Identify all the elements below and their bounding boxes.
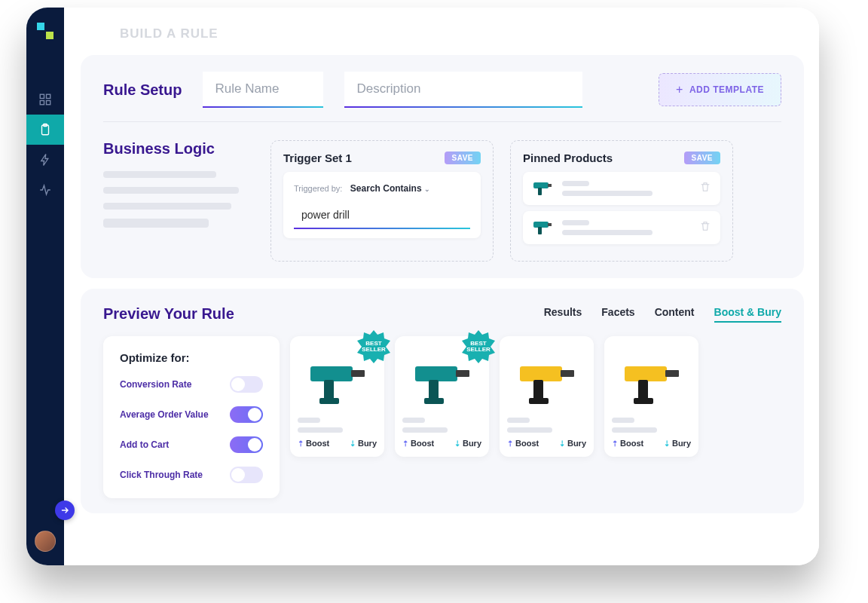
- skeleton-line: [103, 203, 231, 210]
- business-logic-row: Business Logic Trigger Set 1 SAVE Trigge…: [103, 122, 781, 262]
- down-arrow-icon: ⇣: [350, 439, 356, 448]
- expand-sidebar-button[interactable]: [55, 500, 75, 520]
- delete-pinned-button[interactable]: [699, 181, 711, 196]
- optimize-row-atc: Add to Cart: [120, 436, 263, 453]
- skeleton-line: [103, 187, 239, 194]
- bolt-icon: [38, 153, 52, 167]
- preview-header: Preview Your Rule Results Facets Content…: [103, 305, 781, 323]
- triggered-by-label: Triggered by:: [294, 184, 342, 193]
- trigger-value-input[interactable]: [294, 202, 470, 229]
- up-arrow-icon: ⇡: [507, 439, 513, 448]
- tab-boost-bury[interactable]: Boost & Bury: [714, 306, 781, 323]
- sidebar: [26, 8, 64, 565]
- bury-button[interactable]: ⇣Bury: [559, 439, 586, 448]
- user-avatar[interactable]: [35, 531, 56, 552]
- bury-button[interactable]: ⇣Bury: [454, 439, 481, 448]
- nav-analytics[interactable]: [26, 175, 64, 205]
- logo: [37, 23, 53, 39]
- toggle-atc[interactable]: [230, 436, 263, 453]
- app-window: BUILD A RULE Rule Setup + ADD TEMPLATE B…: [26, 8, 819, 565]
- product-thumbnail: [532, 219, 553, 237]
- optimize-title: Optimize for:: [120, 351, 263, 364]
- trigger-mode-select[interactable]: Search Contains ⌄: [350, 183, 430, 194]
- up-arrow-icon: ⇡: [298, 439, 304, 448]
- delete-pinned-button[interactable]: [699, 220, 711, 235]
- optimize-card: Optimize for: Conversion Rate Average Or…: [103, 336, 280, 498]
- business-logic-left: Business Logic: [103, 140, 254, 262]
- down-arrow-icon: ⇣: [454, 439, 460, 448]
- rule-description-input[interactable]: [344, 72, 582, 108]
- preview-body: Optimize for: Conversion Rate Average Or…: [103, 336, 781, 498]
- product-placeholder-lines: [507, 418, 586, 433]
- product-image: [402, 345, 481, 412]
- product-card: BESTSELLER ⇡Boost ⇣Bury: [395, 336, 489, 457]
- add-template-label: ADD TEMPLATE: [689, 84, 764, 95]
- optimize-row-ctr: Click Through Rate: [120, 467, 263, 483]
- boost-button[interactable]: ⇡Boost: [298, 439, 329, 448]
- preview-heading: Preview Your Rule: [103, 305, 234, 323]
- boost-button[interactable]: ⇡Boost: [612, 439, 643, 448]
- rule-setup-heading: Rule Setup: [103, 81, 182, 99]
- rule-name-input[interactable]: [203, 72, 323, 108]
- toggle-aov[interactable]: [230, 406, 263, 423]
- arrow-right-icon: [60, 505, 70, 516]
- trigger-save-button[interactable]: SAVE: [445, 152, 481, 164]
- nav-lightning[interactable]: [26, 145, 64, 175]
- optimize-row-conversion: Conversion Rate: [120, 376, 263, 393]
- tab-results[interactable]: Results: [544, 306, 582, 323]
- preview-panel: Preview Your Rule Results Facets Content…: [81, 289, 804, 513]
- business-logic-heading: Business Logic: [103, 140, 254, 158]
- svg-rect-2: [40, 101, 44, 105]
- product-placeholder-lines: [612, 418, 691, 433]
- toggle-conversion[interactable]: [230, 376, 263, 393]
- nav-rules[interactable]: [26, 115, 64, 145]
- trigger-set-card: Trigger Set 1 SAVE Triggered by: Search …: [270, 140, 494, 262]
- product-image: [507, 345, 586, 412]
- svg-rect-0: [40, 94, 44, 98]
- optimize-label: Add to Cart: [120, 439, 169, 450]
- svg-rect-1: [47, 94, 50, 98]
- activity-icon: [38, 183, 52, 197]
- boost-button[interactable]: ⇡Boost: [507, 439, 539, 448]
- page-title: BUILD A RULE: [64, 8, 819, 49]
- product-card: ⇡Boost ⇣Bury: [500, 336, 594, 457]
- grid-icon: [38, 93, 52, 106]
- svg-rect-3: [47, 101, 50, 105]
- product-placeholder-lines: [402, 418, 481, 433]
- product-image: [612, 345, 691, 412]
- product-placeholder-lines: [562, 220, 690, 235]
- trash-icon: [699, 220, 711, 232]
- toggle-ctr[interactable]: [230, 467, 263, 483]
- pinned-save-button[interactable]: SAVE: [684, 152, 721, 164]
- pinned-products-title: Pinned Products: [523, 152, 613, 164]
- chevron-down-icon: ⌄: [424, 185, 430, 193]
- tab-facets[interactable]: Facets: [601, 306, 634, 323]
- pinned-products-card: Pinned Products SAVE: [510, 140, 733, 262]
- rule-config-panel: Rule Setup + ADD TEMPLATE Business Logic: [81, 55, 804, 278]
- preview-tabs: Results Facets Content Boost & Bury: [544, 306, 781, 323]
- up-arrow-icon: ⇡: [402, 439, 408, 448]
- bury-button[interactable]: ⇣Bury: [664, 439, 691, 448]
- bury-button[interactable]: ⇣Bury: [350, 439, 377, 448]
- plus-icon: +: [676, 83, 683, 96]
- pinned-product-row[interactable]: [523, 172, 720, 205]
- tab-content[interactable]: Content: [655, 306, 695, 323]
- product-card: BESTSELLER ⇡Boost ⇣Bury: [290, 336, 384, 457]
- down-arrow-icon: ⇣: [664, 439, 670, 448]
- skeleton-line: [103, 171, 216, 178]
- optimize-label: Click Through Rate: [120, 470, 203, 480]
- main-content: BUILD A RULE Rule Setup + ADD TEMPLATE B…: [64, 8, 819, 565]
- nav-dashboard[interactable]: [26, 84, 64, 115]
- up-arrow-icon: ⇡: [612, 439, 618, 448]
- add-template-button[interactable]: + ADD TEMPLATE: [659, 73, 781, 106]
- rule-setup-row: Rule Setup + ADD TEMPLATE: [103, 72, 781, 122]
- boost-button[interactable]: ⇡Boost: [402, 439, 434, 448]
- optimize-label: Average Order Value: [120, 409, 209, 420]
- optimize-label: Conversion Rate: [120, 379, 191, 390]
- trash-icon: [699, 181, 711, 193]
- clipboard-icon: [38, 123, 52, 136]
- pinned-product-row[interactable]: [523, 211, 720, 244]
- trigger-box: Triggered by: Search Contains ⌄: [283, 172, 481, 238]
- product-thumbnail: [532, 179, 553, 197]
- skeleton-line: [103, 219, 209, 228]
